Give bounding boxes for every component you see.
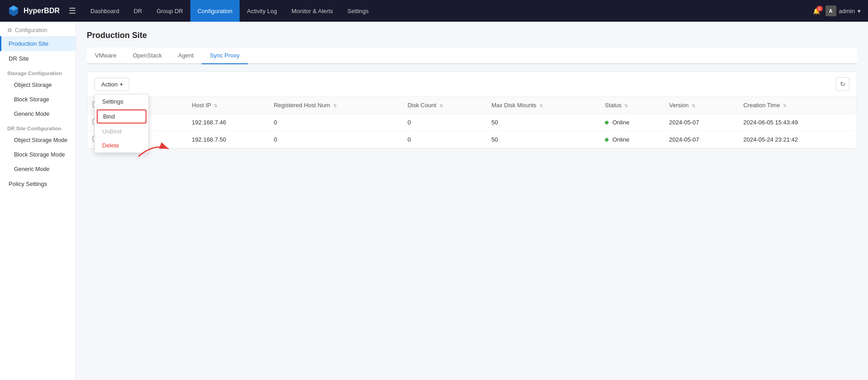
hamburger-menu-icon[interactable]: ☰ <box>69 6 76 16</box>
sort-max-disk-icon[interactable]: ⇅ <box>539 103 543 108</box>
nav-configuration[interactable]: Configuration <box>190 0 240 22</box>
row-host-ip-1: 192.168.7.50 <box>186 131 268 148</box>
action-button-label: Action <box>101 81 118 88</box>
sidebar-item-dr-site[interactable]: DR Site <box>0 51 75 66</box>
hyperbdr-logo-icon <box>7 5 20 17</box>
sort-status-icon[interactable]: ⇅ <box>624 103 628 108</box>
dropdown-item-unbind[interactable]: UnBind <box>95 124 148 138</box>
action-chevron-icon: ▾ <box>120 82 123 87</box>
sidebar-group-dr-site-config: DR Site Configuration <box>0 121 75 133</box>
row-status-0: Online <box>599 114 664 131</box>
th-version: Version ⇅ <box>664 97 738 114</box>
tab-bar: VMware OpenStack Agent Sync Proxy <box>87 48 857 64</box>
dropdown-item-settings[interactable]: Settings <box>95 95 148 109</box>
app-body: ⚙ Configuration Production Site DR Site … <box>0 22 868 380</box>
tab-openstack[interactable]: OpenStack <box>125 48 170 64</box>
sidebar-item-generic-mode-2[interactable]: Generic Mode <box>0 162 75 176</box>
nav-settings[interactable]: Settings <box>340 0 376 22</box>
sidebar-section-configuration: ⚙ Configuration <box>0 22 75 36</box>
page-title: Production Site <box>87 31 857 40</box>
logo-area[interactable]: HyperBDR <box>7 5 60 17</box>
sidebar-item-production-site[interactable]: Production Site <box>0 36 75 51</box>
avatar: A <box>826 5 836 16</box>
main-content: Production Site VMware OpenStack Agent S… <box>76 22 868 380</box>
status-text-1: Online <box>613 136 630 143</box>
row-registered-host-num-0: 0 <box>269 114 402 131</box>
nav-dr[interactable]: DR <box>127 0 150 22</box>
row-status-1: Online <box>599 131 664 148</box>
username-label: admin <box>839 8 855 14</box>
th-disk-count: Disk Count ⇅ <box>402 97 486 114</box>
row-disk-count-0: 0 <box>402 114 486 131</box>
sidebar-item-policy-settings[interactable]: Policy Settings <box>0 176 75 191</box>
sidebar-item-block-storage[interactable]: Block Storage <box>0 92 75 107</box>
th-max-disk-mounts: Max Disk Mounts ⇅ <box>486 97 599 114</box>
user-chevron-icon: ▾ <box>858 8 861 14</box>
tab-vmware[interactable]: VMware <box>87 48 125 64</box>
sort-version-icon[interactable]: ⇅ <box>692 103 695 108</box>
table-wrapper: Action ▾ Settings Bind UnBind Delete <box>87 71 857 149</box>
sort-creation-time-icon[interactable]: ⇅ <box>783 103 787 108</box>
sync-proxy-table: Name ⇅ Host IP ⇅ Registered Host Num ⇅ D… <box>87 97 857 148</box>
sidebar-group-storage-config: Storage Configuration <box>0 66 75 78</box>
nav-group-dr[interactable]: Group DR <box>149 0 190 22</box>
action-button[interactable]: Action ▾ <box>94 78 129 91</box>
notification-bell[interactable]: 🔔 0 <box>813 8 820 14</box>
nav-monitor-alerts[interactable]: Monitor & Alerts <box>284 0 340 22</box>
sort-disk-count-icon[interactable]: ⇅ <box>439 103 443 108</box>
tab-agent[interactable]: Agent <box>170 48 202 64</box>
row-registered-host-num-1: 0 <box>269 131 402 148</box>
row-creation-time-0: 2024-06-05 15:43:49 <box>738 114 857 131</box>
dropdown-item-delete[interactable]: Delete <box>95 138 148 152</box>
table-row: 192.168.7.50 192.168.7.50 0 0 50 Online … <box>87 131 857 148</box>
action-dropdown-menu: Settings Bind UnBind Delete <box>94 94 149 153</box>
status-dot-1 <box>605 138 609 142</box>
row-max-disk-mounts-1: 50 <box>486 131 599 148</box>
refresh-button[interactable]: ↻ <box>836 77 849 91</box>
row-creation-time-1: 2024-05-24 23:21:42 <box>738 131 857 148</box>
row-host-ip-0: 192.168.7.46 <box>186 114 268 131</box>
table-toolbar: Action ▾ Settings Bind UnBind Delete <box>87 72 857 97</box>
dropdown-item-bind[interactable]: Bind <box>97 109 146 124</box>
nav-dashboard[interactable]: Dashboard <box>83 0 127 22</box>
sidebar-item-generic-mode[interactable]: Generic Mode <box>0 107 75 121</box>
sidebar-section-label-text: Configuration <box>15 27 47 33</box>
sidebar-item-object-storage-mode[interactable]: Object Storage Mode <box>0 133 75 147</box>
row-version-1: 2024-05-07 <box>664 131 738 148</box>
table-row: 192.168.7.46 192.168.7.46 0 0 50 Online … <box>87 114 857 131</box>
app-name: HyperBDR <box>24 7 60 15</box>
nav-activity-log[interactable]: Activity Log <box>240 0 284 22</box>
refresh-icon: ↻ <box>840 81 845 88</box>
th-host-ip: Host IP ⇅ <box>186 97 268 114</box>
config-icon: ⚙ <box>7 27 12 33</box>
action-button-wrapper: Action ▾ Settings Bind UnBind Delete <box>94 78 129 91</box>
nav-right-area: 🔔 0 A admin ▾ <box>813 5 861 16</box>
th-status: Status ⇅ <box>599 97 664 114</box>
sidebar-item-object-storage[interactable]: Object Storage <box>0 78 75 92</box>
tab-sync-proxy[interactable]: Sync Proxy <box>202 48 248 64</box>
nav-links: Dashboard DR Group DR Configuration Acti… <box>83 0 813 22</box>
row-version-0: 2024-05-07 <box>664 114 738 131</box>
status-dot-0 <box>605 121 609 124</box>
sidebar-item-block-storage-mode[interactable]: Block Storage Mode <box>0 147 75 162</box>
sidebar: ⚙ Configuration Production Site DR Site … <box>0 22 76 380</box>
status-text-0: Online <box>613 119 630 126</box>
sort-reg-host-icon[interactable]: ⇅ <box>333 103 337 108</box>
sort-host-ip-icon[interactable]: ⇅ <box>214 103 217 108</box>
notification-badge: 0 <box>816 6 823 11</box>
row-disk-count-1: 0 <box>402 131 486 148</box>
top-navigation: HyperBDR ☰ Dashboard DR Group DR Configu… <box>0 0 868 22</box>
th-registered-host-num: Registered Host Num ⇅ <box>269 97 402 114</box>
th-creation-time: Creation Time ⇅ <box>738 97 857 114</box>
user-menu[interactable]: A admin ▾ <box>826 5 861 16</box>
row-max-disk-mounts-0: 50 <box>486 114 599 131</box>
